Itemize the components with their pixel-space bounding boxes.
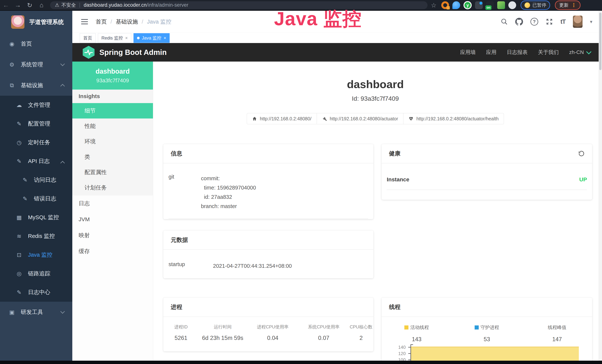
sidebar-item-tracing[interactable]: ◎ 链路追踪 <box>0 264 72 283</box>
paused-profile-badge[interactable]: 已暂停 <box>521 0 550 10</box>
pin-extension-icon[interactable] <box>452 1 460 9</box>
sba-menu-journal[interactable]: 日志报表 <box>507 49 528 56</box>
close-icon[interactable]: × <box>163 35 166 41</box>
insights-group: 细节 性能 环境 类 配置属性 计划任务 <box>72 103 153 195</box>
window-bottom-edge <box>0 361 602 364</box>
search-icon[interactable] <box>501 18 508 25</box>
sidebar-item-redis-monitor[interactable]: ≋ Redis 监控 <box>0 227 72 246</box>
address-bar[interactable]: ⚠ 不安全 dashboard.yudao.iocoder.cn /infra/… <box>50 1 428 9</box>
sidebar-item-label: 日志中心 <box>28 289 50 296</box>
back-icon[interactable]: ← <box>0 1 12 9</box>
sidebar-item-error-logs[interactable]: ✎ 错误日志 <box>0 189 72 208</box>
tag-label: Java 监控 <box>142 35 161 41</box>
health-url-link[interactable]: http://192.168.0.2:48080/actuator/health <box>403 113 504 124</box>
breadcrumb-home[interactable]: 首页 <box>96 18 107 26</box>
scrollbar-thumb[interactable] <box>599 13 602 70</box>
tag-home[interactable]: 首页 <box>80 33 96 43</box>
bookmark-star-icon[interactable]: ☆ <box>431 1 436 9</box>
eye-icon: ◎ <box>15 270 23 277</box>
fullscreen-icon[interactable] <box>546 18 553 25</box>
nav-item-jvm[interactable]: JVM <box>72 211 153 227</box>
pid-value: 5261 <box>163 335 199 341</box>
y-tick-120: 120 <box>385 351 406 356</box>
update-button[interactable]: 更新 ⋮ <box>555 0 580 10</box>
sidebar-item-scheduled-jobs[interactable]: ◷ 定时任务 <box>0 133 72 152</box>
grid-extension-icon[interactable] <box>475 1 483 9</box>
nav-item-scheduled-tasks[interactable]: 计划任务 <box>72 180 153 195</box>
col-uptime: 运行时间 <box>199 324 247 330</box>
sba-header: Spring Boot Admin 应用墙 应用 日志报表 关于我们 zh-CN <box>72 43 602 62</box>
hamburger-icon[interactable] <box>81 19 88 24</box>
nav-item-mappings[interactable]: 映射 <box>72 227 153 243</box>
sidebar-item-infrastructure[interactable]: ⧉ 基础设施 <box>0 75 72 96</box>
info-card: 信息 git commit: time: 1596289704000 id: 2… <box>163 144 373 219</box>
info-key: git <box>169 174 201 211</box>
help-icon[interactable] <box>530 18 538 26</box>
tag-java-monitor[interactable]: Java 监控 × <box>133 33 170 43</box>
sidebar-item-config[interactable]: ✎ 配置管理 <box>0 114 72 133</box>
sidebar-item-files[interactable]: ☁ 文件管理 <box>0 96 72 114</box>
sidebar: 芋道管理系统 ◉ 首页 ⚙ 系统管理 ⧉ 基础设施 ☁ 文件管理 ✎ 配置管理 <box>0 11 72 361</box>
url-path: /infra/admin-server <box>147 2 188 8</box>
sidebar-item-log-center[interactable]: ✎ 日志中心 <box>0 283 72 302</box>
nav-item-config-props[interactable]: 配置属性 <box>72 165 153 180</box>
gear-icon: ⚙ <box>8 61 16 68</box>
service-url-link[interactable]: http://192.168.0.2:48080/ <box>247 113 317 124</box>
page-scrollbar[interactable] <box>599 11 602 361</box>
sidebar-submenu: ☁ 文件管理 ✎ 配置管理 ◷ 定时任务 ✎ API 日志 ✎ 访问日志 ✎ <box>0 96 72 302</box>
orange-extension-icon[interactable] <box>441 1 449 9</box>
nav-section-insights: Insights <box>72 90 153 103</box>
leaf-extension-icon[interactable] <box>497 1 505 9</box>
sba-menu-applications[interactable]: 应用 <box>486 49 496 56</box>
puzzle-extensions-icon[interactable] <box>508 1 516 9</box>
log-edit-icon: ✎ <box>21 177 29 183</box>
browser-menu-icon[interactable]: ⋮ <box>571 2 576 8</box>
sidebar-item-api-logs[interactable]: ✎ API 日志 <box>0 152 72 171</box>
not-secure-warning-icon: ⚠ <box>55 2 59 8</box>
sba-menu-wallboard[interactable]: 应用墙 <box>460 49 476 56</box>
sidebar-item-label: 首页 <box>21 40 32 48</box>
y-tick-140: 140 <box>385 345 406 350</box>
nav-item-caches[interactable]: 缓存 <box>72 243 153 259</box>
chevron-up-icon <box>60 84 65 88</box>
sidebar-item-access-logs[interactable]: ✎ 访问日志 <box>0 171 72 189</box>
close-icon[interactable]: × <box>125 35 128 41</box>
user-menu-caret-icon[interactable]: ▾ <box>590 19 592 25</box>
active-dot <box>137 37 140 39</box>
sidebar-item-java-monitor[interactable]: ⊡ Java 监控 <box>0 246 72 264</box>
nav-item-metrics[interactable]: 性能 <box>72 118 153 134</box>
nav-item-logs[interactable]: 日志 <box>72 195 153 211</box>
sidebar-item-home[interactable]: ◉ 首页 <box>0 33 72 54</box>
sba-brand[interactable]: Spring Boot Admin <box>72 46 167 59</box>
forward-icon[interactable]: → <box>12 1 24 9</box>
locale-selector[interactable]: zh-CN <box>569 49 590 55</box>
font-size-icon[interactable] <box>560 18 566 25</box>
sidebar-item-mysql-monitor[interactable]: ▦ MySQL 监控 <box>0 208 72 227</box>
sidebar-item-label: API 日志 <box>28 157 50 165</box>
health-instance-row: Instance UP <box>387 176 587 190</box>
health-card-title: 健康 <box>389 150 400 157</box>
tick-mark <box>408 360 410 360</box>
threads-legend: 活动线程 守护进程 线程峰值 <box>382 324 592 331</box>
history-icon[interactable] <box>578 150 585 157</box>
nav-item-classes[interactable]: 类 <box>72 149 153 165</box>
sidebar-item-devtools[interactable]: ▣ 研发工具 <box>0 302 72 322</box>
refresh-icon[interactable]: ↻ <box>24 1 36 9</box>
tag-redis-monitor[interactable]: Redis 监控 × <box>98 33 131 43</box>
heartbeat-icon <box>409 116 413 121</box>
green-y-extension-icon[interactable] <box>463 1 472 9</box>
on-badge-extension-icon[interactable] <box>486 1 494 9</box>
col-pid: 进程ID <box>163 324 199 330</box>
process-table-values: 5261 6d 23h 15m 59s 0.04 0.07 2 <box>163 335 373 341</box>
nav-item-details[interactable]: 细节 <box>72 103 153 118</box>
browser-home-icon[interactable]: ⌂ <box>36 1 47 9</box>
actuator-url-link[interactable]: http://192.168.0.2:48080/actuator <box>317 113 403 124</box>
github-icon[interactable] <box>515 18 523 26</box>
breadcrumb-infrastructure[interactable]: 基础设施 <box>107 18 138 26</box>
process-table: 进程ID 运行时间 进程CPU使用率 系统CPU使用率 CPU核心数 5261 … <box>163 324 373 341</box>
nav-item-environment[interactable]: 环境 <box>72 134 153 149</box>
sidebar-item-system[interactable]: ⚙ 系统管理 <box>0 54 72 75</box>
user-avatar[interactable] <box>573 16 582 28</box>
header-actions: ▾ <box>501 16 592 28</box>
sba-menu-about[interactable]: 关于我们 <box>538 49 559 56</box>
